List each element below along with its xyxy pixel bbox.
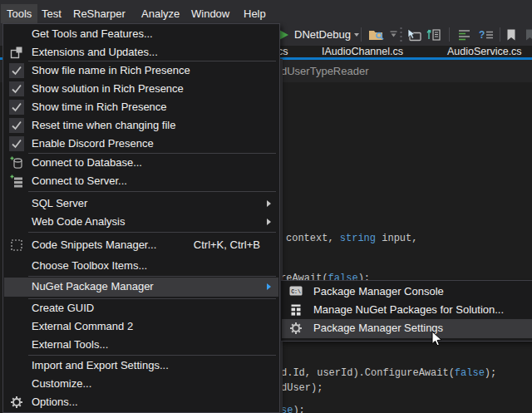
tab-audioservice-cs[interactable]: AudioService.cs <box>447 46 522 57</box>
bookmark-prev-button[interactable] <box>523 23 532 46</box>
menu-item-label: Code Snippets Manager... <box>32 236 156 254</box>
menu-item-enable-discord-presence[interactable]: Enable Discord Presence <box>4 135 278 153</box>
code-line: d.Id, userId).ConfigureAwait(false); <box>281 367 496 380</box>
code-token: dUser); <box>281 382 323 394</box>
menu-item-choose-toolbox-items[interactable]: Choose Toolbox Items... <box>4 257 278 275</box>
menu-item-shortcut: Ctrl+K, Ctrl+B <box>194 236 260 254</box>
submenu-item-package-manager-console[interactable]: C:\Package Manager Console <box>282 283 532 301</box>
folder-search-icon <box>368 28 385 42</box>
checkmark-icon <box>9 118 24 133</box>
code-token: d.Id, userId).ConfigureAwait( <box>281 367 455 379</box>
grip-dots-icon <box>400 27 402 42</box>
play-icon <box>279 30 288 40</box>
console-icon: C:\ <box>289 285 303 298</box>
bookmark-button[interactable] <box>505 23 517 46</box>
format-document-button[interactable] <box>457 23 471 46</box>
code-token: context, <box>286 233 340 244</box>
menu-item-label: Show time in Rich Presence <box>32 98 167 116</box>
help-lines-button[interactable]: ? <box>479 23 494 46</box>
menu-item-connect-to-server[interactable]: Connect to Server... <box>4 172 278 190</box>
submenu-arrow-icon <box>267 200 271 207</box>
menu-item-sql-server[interactable]: SQL Server <box>4 194 278 213</box>
code-line: context, string input, <box>286 233 417 245</box>
checkmark-icon <box>9 81 24 96</box>
menu-item-label: Customize... <box>32 375 91 393</box>
menu-item-show-solution-in-rich-presence[interactable]: Show solution in Rich Presence <box>4 80 278 98</box>
toolbar-grip[interactable] <box>400 23 402 46</box>
menubar-item-resharper[interactable]: ReSharper <box>67 4 131 23</box>
submenu-item-label: Manage NuGet Packages for Solution... <box>313 301 504 319</box>
nuget-submenu: C:\Package Manager ConsoleManage NuGet P… <box>280 280 532 342</box>
code-token: string <box>340 233 376 244</box>
navigate-to-button[interactable] <box>406 23 422 46</box>
dotted-box-icon <box>10 238 23 252</box>
menu-item-show-file-name-in-rich-presence[interactable]: Show file name in Rich Presence <box>4 61 278 80</box>
package-grid-icon <box>289 303 303 317</box>
navbar-type-name: dUserTypeReader <box>281 60 369 82</box>
menubar-item-tools[interactable]: Tools <box>1 4 37 23</box>
toolbar-separator <box>449 27 450 42</box>
menu-item-label: Choose Toolbox Items... <box>32 257 147 275</box>
run-config-label: DNetDebug <box>294 28 351 41</box>
svg-text:C:\: C:\ <box>291 289 301 295</box>
code-line: dUser); <box>281 382 323 395</box>
menu-item-connect-to-database[interactable]: Connect to Database... <box>4 154 278 172</box>
menu-item-customize[interactable]: Customize... <box>4 375 278 393</box>
menu-item-label: Show file name in Rich Presence <box>32 61 190 80</box>
menu-bar: ToolsTestReSharperAnalyzeWindowHelp <box>0 0 532 23</box>
menu-item-create-guid[interactable]: Create GUID <box>4 299 278 317</box>
toolbar-options-button[interactable] <box>389 23 398 46</box>
code-token: ); <box>485 367 496 379</box>
code-token: se <box>281 405 293 413</box>
menu-item-web-code-analysis[interactable]: Web Code Analysis <box>4 213 278 231</box>
menubar-item-window[interactable]: Window <box>185 4 235 23</box>
menu-item-label: SQL Server <box>32 194 87 213</box>
menu-item-label: Connect to Database... <box>32 154 142 172</box>
submenu-item-manage-nuget-packages-for-solution[interactable]: Manage NuGet Packages for Solution... <box>282 301 532 319</box>
submenu-item-package-manager-settings[interactable]: Package Manager Settings <box>282 319 532 338</box>
toolbar-separator <box>500 27 500 42</box>
menu-item-label: Options... <box>32 393 78 411</box>
ide-window: dUserTypeReader ToolsTestReSharperAnalyz… <box>0 0 532 413</box>
menu-item-show-time-in-rich-presence[interactable]: Show time in Rich Presence <box>4 98 278 116</box>
extensions-icon <box>10 46 23 59</box>
code-token: input, <box>376 233 417 244</box>
menu-item-code-snippets-manager[interactable]: Code Snippets Manager...Ctrl+K, Ctrl+B <box>4 236 278 254</box>
bookmark-faded-icon <box>523 28 532 42</box>
menubar-item-analyze[interactable]: Analyze <box>135 4 185 23</box>
menu-item-label: Connect to Server... <box>32 172 127 190</box>
menu-item-get-tools-and-features[interactable]: Get Tools and Features... <box>4 25 278 43</box>
options-chevron-icon <box>389 31 398 38</box>
find-in-files-button[interactable] <box>368 23 385 46</box>
tools-dropdown-menu: Get Tools and Features...Extensions and … <box>2 23 280 413</box>
checkmark-icon <box>9 136 24 151</box>
menu-item-label: Get Tools and Features... <box>32 25 153 43</box>
server-connect-icon <box>10 175 23 188</box>
menu-item-external-tools[interactable]: External Tools... <box>4 336 278 354</box>
menu-item-import-and-export-settings[interactable]: Import and Export Settings... <box>4 356 278 375</box>
run-config-selector[interactable]: DNetDebug <box>294 23 359 46</box>
svg-text:?: ? <box>479 29 485 41</box>
database-connect-icon <box>10 156 23 170</box>
menu-item-reset-time-when-changing-file[interactable]: Reset time when changing file <box>4 116 278 135</box>
submenu-arrow-icon <box>267 283 271 290</box>
menu-item-label: Show solution in Rich Presence <box>32 80 184 98</box>
menu-item-label: Web Code Analysis <box>32 213 126 231</box>
menu-separator <box>28 232 276 233</box>
menu-item-external-command-2[interactable]: External Command 2 <box>4 317 278 336</box>
submenu-arrow-icon <box>267 219 271 225</box>
gear-icon <box>289 322 303 335</box>
bookmark-icon <box>505 28 517 42</box>
code-token: ); <box>293 405 304 413</box>
menubar-item-help[interactable]: Help <box>238 4 272 23</box>
menubar-item-test[interactable]: Test <box>36 4 67 23</box>
menu-item-nuget-package-manager[interactable]: NuGet Package Manager <box>4 278 278 297</box>
tab-iaudiochannel-cs[interactable]: IAudioChannel.cs <box>322 46 403 57</box>
code-token: false <box>455 367 485 379</box>
menu-item-extensions-and-updates[interactable]: Extensions and Updates... <box>4 43 278 61</box>
menu-item-label: Enable Discord Presence <box>32 135 154 153</box>
checkmark-icon <box>9 100 24 115</box>
menu-item-options[interactable]: Options... <box>4 393 278 411</box>
run-button[interactable] <box>279 23 288 46</box>
clone-code-button[interactable] <box>426 23 442 46</box>
